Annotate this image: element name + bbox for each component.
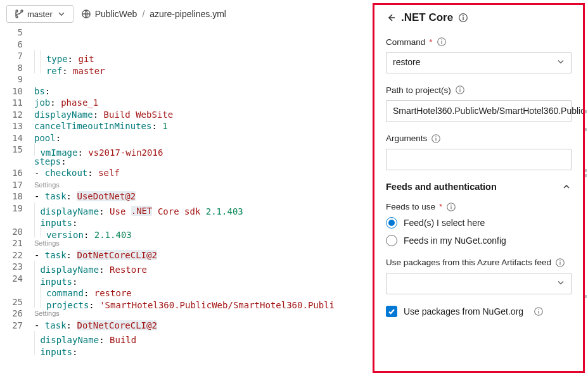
breadcrumb-file[interactable]: azure-pipelines.yml	[150, 9, 226, 19]
globe-icon	[81, 9, 91, 19]
feeds-section-header[interactable]: Feeds and authentication	[386, 182, 572, 192]
svg-rect-6	[441, 41, 442, 44]
svg-point-11	[435, 136, 437, 137]
feeds-to-use-label: Feeds to use*	[386, 202, 572, 212]
info-icon[interactable]	[455, 85, 465, 95]
chevron-up-icon	[561, 182, 572, 192]
svg-point-2	[463, 15, 464, 16]
svg-rect-3	[463, 17, 463, 20]
svg-rect-9	[459, 89, 460, 92]
dotnet-core-panel: .NET Core Command* restore Path to proje…	[373, 3, 585, 373]
command-label: Command*	[386, 37, 572, 47]
info-icon[interactable]	[446, 202, 456, 212]
breadcrumb-separator: /	[142, 9, 144, 19]
svg-rect-18	[560, 262, 561, 265]
command-select[interactable]: restore	[386, 52, 572, 73]
info-icon[interactable]	[458, 13, 468, 23]
azure-feed-label: Use packages from this Azure Artifacts f…	[386, 258, 572, 268]
line-gutter: 5678910111213141516171819202122232425262…	[0, 27, 34, 376]
info-icon[interactable]	[437, 37, 447, 47]
breadcrumb-folder[interactable]: PublicWeb	[81, 9, 137, 19]
arrow-left-icon	[386, 13, 396, 23]
info-icon[interactable]	[555, 258, 565, 268]
branch-name: master	[27, 9, 53, 19]
path-input[interactable]: SmartHotel360.PublicWeb/SmartHotel360.Pu…	[386, 100, 572, 122]
svg-point-14	[451, 204, 452, 206]
radio-feeds-select-here[interactable]: Feed(s) I select here	[386, 217, 572, 229]
chevron-down-icon	[556, 277, 566, 287]
arguments-label: Arguments	[386, 134, 572, 144]
svg-rect-12	[436, 138, 437, 141]
info-icon[interactable]	[534, 306, 544, 316]
radio-icon	[386, 235, 397, 246]
nuget-org-checkbox-row[interactable]: Use packages from NuGet.org	[386, 306, 572, 317]
info-icon[interactable]	[431, 134, 441, 144]
svg-rect-15	[451, 206, 452, 210]
radio-icon	[386, 217, 397, 229]
svg-point-8	[459, 87, 461, 89]
panel-title: .NET Core	[401, 11, 453, 24]
breadcrumb: PublicWeb / azure-pipelines.yml	[81, 9, 226, 19]
back-button[interactable]	[386, 13, 396, 23]
radio-feeds-nuget-config[interactable]: Feeds in my NuGet.config	[386, 235, 572, 246]
branch-picker[interactable]: master	[6, 5, 74, 23]
azure-feed-select[interactable]	[386, 273, 572, 294]
chevron-down-icon	[556, 57, 566, 67]
branch-icon	[13, 9, 23, 19]
checkbox-checked-icon	[386, 306, 397, 317]
path-label: Path to project(s)	[386, 85, 572, 95]
svg-point-17	[559, 260, 561, 261]
svg-rect-21	[538, 311, 539, 314]
chevron-down-icon	[56, 9, 67, 19]
svg-point-5	[441, 39, 442, 41]
svg-point-20	[538, 309, 539, 310]
arguments-input[interactable]	[386, 149, 572, 170]
